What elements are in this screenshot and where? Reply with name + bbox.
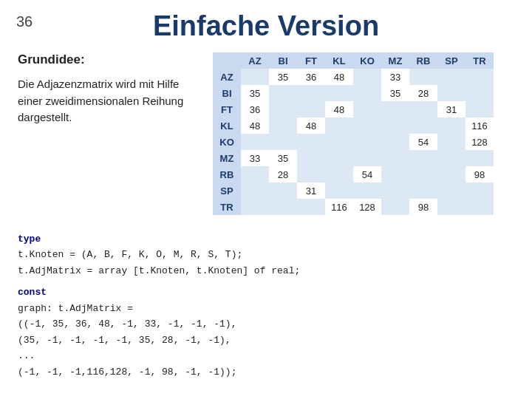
cell-1-1: [269, 85, 297, 101]
cell-5-0: 33: [241, 150, 269, 166]
cell-1-6: 28: [409, 85, 437, 101]
matrix-row: SP31: [213, 183, 494, 199]
matrix-row: FT364831: [213, 101, 494, 117]
cell-6-7: [437, 166, 466, 183]
cell-7-3: [325, 183, 353, 199]
cell-2-1: [269, 101, 297, 117]
cell-5-6: [409, 150, 437, 166]
cell-1-3: [325, 85, 353, 101]
slide-number: 36: [16, 13, 33, 30]
cell-8-5: [381, 199, 409, 215]
code-line6: ...: [18, 348, 514, 364]
code-line5: (35, -1, -1, -1, -1, 35, 28, -1, -1),: [18, 332, 514, 348]
cell-5-1: 35: [269, 150, 297, 166]
header-sp: SP: [437, 52, 466, 69]
code-const-line: const: [18, 284, 514, 300]
cell-2-8: [466, 101, 494, 117]
row-header-ko: KO: [213, 134, 241, 150]
cell-7-2: 31: [297, 183, 325, 199]
cell-1-7: [437, 85, 466, 101]
row-header-az: AZ: [213, 69, 241, 85]
matrix-row: RB285498: [213, 166, 494, 183]
cell-2-0: 36: [241, 101, 269, 117]
cell-2-2: [297, 101, 325, 117]
cell-7-1: [269, 183, 297, 199]
code-type-line: type: [18, 231, 514, 247]
matrix-row: KO54128: [213, 134, 494, 150]
cell-2-4: [353, 101, 381, 117]
cell-4-2: [297, 134, 325, 150]
header-az: AZ: [241, 52, 269, 69]
code-line1: t.Knoten = (A, B, F, K, O, M, R, S, T);: [18, 247, 514, 262]
cell-6-4: 54: [353, 166, 381, 183]
row-header-ft: FT: [213, 101, 241, 117]
cell-1-8: [466, 85, 494, 101]
cell-4-5: [381, 134, 409, 150]
row-header-bi: BI: [213, 85, 241, 101]
cell-8-7: [437, 199, 466, 215]
cell-6-0: [241, 166, 269, 183]
cell-8-1: [269, 199, 297, 215]
matrix-row: KL4848116: [213, 117, 494, 134]
cell-3-8: 116: [466, 117, 494, 134]
type-keyword: type: [18, 233, 41, 245]
cell-4-3: [325, 134, 353, 150]
row-header-mz: MZ: [213, 150, 241, 166]
header-mz: MZ: [381, 52, 409, 69]
cell-3-6: [409, 117, 437, 134]
header-tr: TR: [466, 52, 494, 69]
matrix-table: AZ BI FT KL KO MZ RB SP TR AZ35364833BI3…: [213, 52, 494, 215]
cell-2-6: [409, 101, 437, 117]
cell-6-5: [381, 166, 409, 183]
cell-2-7: 31: [437, 101, 466, 117]
cell-3-0: 48: [241, 117, 269, 134]
cell-8-2: [297, 199, 325, 215]
cell-3-7: [437, 117, 466, 134]
grundidee-label: Grundidee:: [18, 52, 195, 67]
header-ft: FT: [297, 52, 325, 69]
cell-6-8: 98: [466, 166, 494, 183]
code-area: type t.Knoten = (A, B, F, K, O, M, R, S,…: [0, 231, 532, 380]
cell-3-3: [325, 117, 353, 134]
cell-8-8: [466, 199, 494, 215]
row-header-kl: KL: [213, 117, 241, 134]
cell-6-2: [297, 166, 325, 183]
cell-0-7: [437, 69, 466, 85]
cell-3-2: 48: [297, 117, 325, 134]
cell-8-0: [241, 199, 269, 215]
cell-8-3: 116: [325, 199, 353, 215]
matrix-header-row: AZ BI FT KL KO MZ RB SP TR: [213, 52, 494, 69]
cell-4-4: [353, 134, 381, 150]
cell-5-5: [381, 150, 409, 166]
slide-title: Einfache Version: [0, 0, 532, 42]
cell-5-7: [437, 150, 466, 166]
cell-6-1: 28: [269, 166, 297, 183]
cell-3-1: [269, 117, 297, 134]
cell-4-8: 128: [466, 134, 494, 150]
cell-1-5: 35: [381, 85, 409, 101]
matrix-row: TR11612898: [213, 199, 494, 215]
cell-4-1: [269, 134, 297, 150]
left-text: Grundidee: Die Adjazenzmatrix wird mit H…: [18, 52, 195, 215]
description-text: Die Adjazenzmatrix wird mit Hilfe einer …: [18, 76, 195, 126]
cell-2-3: 48: [325, 101, 353, 117]
header-kl: KL: [325, 52, 353, 69]
matrix-row: AZ35364833: [213, 69, 494, 85]
cell-0-1: 35: [269, 69, 297, 85]
content-area: Grundidee: Die Adjazenzmatrix wird mit H…: [0, 52, 532, 215]
cell-1-0: 35: [241, 85, 269, 101]
cell-0-3: 48: [325, 69, 353, 85]
const-keyword: const: [18, 287, 47, 298]
header-bi: BI: [269, 52, 297, 69]
cell-3-5: [381, 117, 409, 134]
cell-0-4: [353, 69, 381, 85]
cell-7-6: [409, 183, 437, 199]
cell-0-2: 36: [297, 69, 325, 85]
header-rb: RB: [409, 52, 437, 69]
code-line4: ((-1, 35, 36, 48, -1, 33, -1, -1, -1),: [18, 316, 514, 332]
cell-8-6: 98: [409, 199, 437, 215]
cell-7-7: [437, 183, 466, 199]
cell-7-8: [466, 183, 494, 199]
cell-6-6: [409, 166, 437, 183]
cell-7-5: [381, 183, 409, 199]
